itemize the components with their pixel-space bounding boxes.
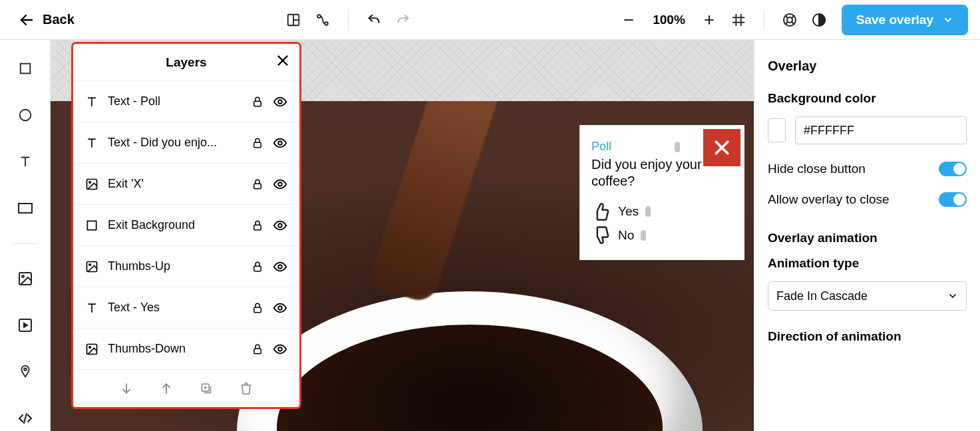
hide-close-label: Hide close button: [768, 162, 866, 176]
layer-row[interactable]: Text - Poll: [73, 81, 299, 122]
layer-row[interactable]: Thumbs-Up: [73, 246, 299, 287]
redo-button[interactable]: [390, 7, 416, 33]
svg-rect-45: [87, 221, 96, 229]
visibility-button[interactable]: [273, 259, 287, 274]
contrast-icon: [811, 12, 827, 28]
canvas[interactable]: Layers Text - PollText - Did you enjo...…: [51, 40, 754, 431]
bg-color-swatch[interactable]: [768, 118, 786, 142]
layers-close-button[interactable]: [275, 53, 290, 68]
text-icon: [85, 95, 98, 108]
svg-point-49: [89, 263, 91, 265]
square-icon: [18, 61, 33, 76]
undo-icon: [367, 13, 381, 27]
svg-point-4: [317, 15, 321, 18]
visibility-button[interactable]: [273, 94, 287, 109]
rect-icon: [17, 202, 33, 214]
back-button[interactable]: Back: [12, 8, 81, 32]
path-button[interactable]: [309, 7, 336, 33]
trash-icon: [240, 382, 253, 395]
layout-button[interactable]: [280, 7, 307, 33]
zoom-in-button[interactable]: [696, 7, 723, 33]
poll-no-label: No: [618, 228, 634, 243]
lock-button[interactable]: [251, 219, 263, 231]
tool-box[interactable]: [12, 196, 39, 221]
tool-text[interactable]: [12, 149, 39, 174]
zoom-out-button[interactable]: [615, 7, 642, 33]
contrast-button[interactable]: [806, 7, 832, 33]
svg-point-36: [278, 100, 282, 104]
tool-pin[interactable]: [12, 359, 39, 384]
grid-button[interactable]: [725, 7, 752, 33]
lock-button[interactable]: [251, 137, 263, 149]
layer-row[interactable]: Thumbs-Down: [73, 329, 299, 370]
svg-point-44: [278, 182, 282, 186]
hide-close-toggle[interactable]: [939, 162, 967, 176]
svg-point-14: [787, 17, 792, 23]
visibility-button[interactable]: [273, 177, 287, 192]
svg-point-5: [325, 22, 328, 25]
image-icon: [85, 260, 98, 273]
lock-button[interactable]: [251, 343, 263, 355]
close-icon: [275, 53, 290, 68]
tool-circle[interactable]: [12, 102, 39, 128]
redo-icon: [396, 13, 410, 27]
layer-row[interactable]: Text - Did you enjo...: [73, 122, 299, 164]
tool-image[interactable]: [12, 266, 39, 291]
layer-delete[interactable]: [240, 382, 253, 395]
tool-video[interactable]: [12, 313, 39, 338]
svg-line-15: [785, 15, 788, 18]
help-button[interactable]: [776, 7, 803, 33]
text-icon: [18, 154, 33, 169]
layer-label: Thumbs-Up: [108, 259, 242, 273]
lock-button[interactable]: [251, 302, 263, 314]
layer-move-down[interactable]: [120, 382, 133, 395]
svg-point-57: [89, 346, 91, 348]
anim-type-select[interactable]: Fade In Cascade: [768, 281, 967, 311]
inspector: Overlay Background color Hide close butt…: [754, 40, 980, 431]
duplicate-icon: [200, 382, 213, 395]
bg-color-input[interactable]: [795, 116, 967, 144]
svg-line-30: [24, 414, 27, 423]
svg-point-42: [89, 181, 91, 183]
poll-overlay[interactable]: Poll Did you enjoy your coffee? Yes No: [579, 125, 744, 260]
video-icon: [17, 317, 33, 333]
visibility-button[interactable]: [273, 218, 287, 233]
poll-option-no[interactable]: No: [591, 225, 733, 245]
layer-duplicate[interactable]: [200, 382, 213, 395]
visibility-button[interactable]: [273, 342, 287, 357]
layer-row[interactable]: Exit Background: [73, 205, 299, 246]
save-overlay-button[interactable]: Save overlay: [842, 5, 968, 35]
lock-button[interactable]: [251, 178, 263, 190]
handle-icon: [641, 230, 646, 241]
layer-row[interactable]: Exit 'X': [73, 164, 299, 205]
layer-row[interactable]: Text - Yes: [73, 287, 299, 329]
image-icon: [85, 178, 98, 191]
plus-icon: [703, 13, 716, 27]
visibility-button[interactable]: [273, 136, 287, 150]
handle-icon: [645, 206, 651, 217]
layers-header: Layers: [73, 44, 299, 81]
layers-panel: Layers Text - PollText - Did you enjo...…: [73, 44, 299, 407]
poll-close-button[interactable]: [703, 129, 740, 166]
tool-rectangle[interactable]: [12, 56, 39, 81]
separator: [13, 243, 37, 244]
image-icon: [17, 271, 33, 287]
undo-button[interactable]: [361, 7, 387, 33]
poll-option-yes[interactable]: Yes: [591, 202, 733, 221]
lock-button[interactable]: [251, 96, 263, 108]
lock-button[interactable]: [251, 261, 263, 273]
layers-footer: [73, 370, 299, 407]
poll-yes-label: Yes: [618, 204, 639, 219]
svg-point-47: [278, 223, 282, 227]
minus-icon: [622, 13, 635, 27]
visibility-button[interactable]: [273, 301, 287, 315]
layer-move-up[interactable]: [160, 382, 173, 395]
bg-color-label: Background color: [768, 91, 967, 106]
svg-line-16: [792, 15, 794, 18]
tool-code[interactable]: [12, 406, 39, 431]
tool-rail: [0, 40, 51, 431]
arrow-down-icon: [120, 382, 133, 395]
arrow-left-icon: [19, 12, 35, 28]
allow-close-toggle[interactable]: [939, 192, 967, 207]
main: Layers Text - PollText - Did you enjo...…: [0, 40, 980, 431]
